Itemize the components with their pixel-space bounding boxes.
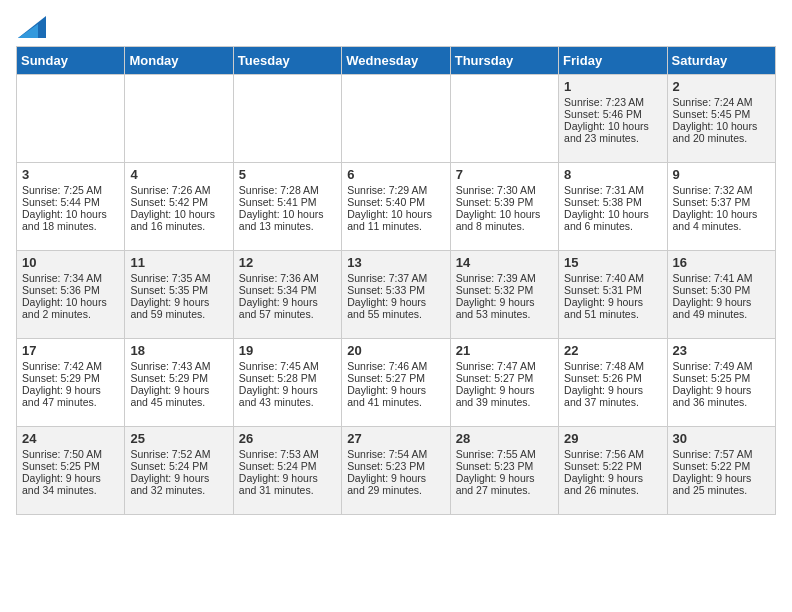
calendar-cell: 16Sunrise: 7:41 AMSunset: 5:30 PMDayligh…: [667, 251, 775, 339]
day-number: 26: [239, 431, 336, 446]
calendar-cell: 23Sunrise: 7:49 AMSunset: 5:25 PMDayligh…: [667, 339, 775, 427]
calendar-cell: 9Sunrise: 7:32 AMSunset: 5:37 PMDaylight…: [667, 163, 775, 251]
calendar-cell: [17, 75, 125, 163]
day-number: 17: [22, 343, 119, 358]
calendar-cell: 18Sunrise: 7:43 AMSunset: 5:29 PMDayligh…: [125, 339, 233, 427]
calendar-cell: 11Sunrise: 7:35 AMSunset: 5:35 PMDayligh…: [125, 251, 233, 339]
sunset-text: Sunset: 5:31 PM: [564, 284, 661, 296]
sunset-text: Sunset: 5:27 PM: [456, 372, 553, 384]
sunrise-text: Sunrise: 7:23 AM: [564, 96, 661, 108]
daylight-text: Daylight: 9 hours and 29 minutes.: [347, 472, 444, 496]
sunrise-text: Sunrise: 7:31 AM: [564, 184, 661, 196]
sunset-text: Sunset: 5:24 PM: [130, 460, 227, 472]
sunrise-text: Sunrise: 7:53 AM: [239, 448, 336, 460]
calendar-cell: 17Sunrise: 7:42 AMSunset: 5:29 PMDayligh…: [17, 339, 125, 427]
day-number: 25: [130, 431, 227, 446]
daylight-text: Daylight: 10 hours and 23 minutes.: [564, 120, 661, 144]
daylight-text: Daylight: 9 hours and 43 minutes.: [239, 384, 336, 408]
day-number: 20: [347, 343, 444, 358]
sunset-text: Sunset: 5:32 PM: [456, 284, 553, 296]
day-header-sunday: Sunday: [17, 47, 125, 75]
calendar-cell: 27Sunrise: 7:54 AMSunset: 5:23 PMDayligh…: [342, 427, 450, 515]
sunset-text: Sunset: 5:22 PM: [564, 460, 661, 472]
day-number: 23: [673, 343, 770, 358]
sunrise-text: Sunrise: 7:39 AM: [456, 272, 553, 284]
sunset-text: Sunset: 5:46 PM: [564, 108, 661, 120]
daylight-text: Daylight: 10 hours and 2 minutes.: [22, 296, 119, 320]
sunset-text: Sunset: 5:36 PM: [22, 284, 119, 296]
calendar-week-row: 17Sunrise: 7:42 AMSunset: 5:29 PMDayligh…: [17, 339, 776, 427]
sunrise-text: Sunrise: 7:49 AM: [673, 360, 770, 372]
sunrise-text: Sunrise: 7:36 AM: [239, 272, 336, 284]
sunrise-text: Sunrise: 7:56 AM: [564, 448, 661, 460]
sunrise-text: Sunrise: 7:43 AM: [130, 360, 227, 372]
sunset-text: Sunset: 5:44 PM: [22, 196, 119, 208]
day-number: 5: [239, 167, 336, 182]
sunset-text: Sunset: 5:27 PM: [347, 372, 444, 384]
daylight-text: Daylight: 10 hours and 20 minutes.: [673, 120, 770, 144]
sunset-text: Sunset: 5:30 PM: [673, 284, 770, 296]
calendar-cell: 24Sunrise: 7:50 AMSunset: 5:25 PMDayligh…: [17, 427, 125, 515]
daylight-text: Daylight: 9 hours and 41 minutes.: [347, 384, 444, 408]
daylight-text: Daylight: 9 hours and 47 minutes.: [22, 384, 119, 408]
sunrise-text: Sunrise: 7:24 AM: [673, 96, 770, 108]
calendar-cell: 19Sunrise: 7:45 AMSunset: 5:28 PMDayligh…: [233, 339, 341, 427]
calendar-cell: 13Sunrise: 7:37 AMSunset: 5:33 PMDayligh…: [342, 251, 450, 339]
calendar-cell: 6Sunrise: 7:29 AMSunset: 5:40 PMDaylight…: [342, 163, 450, 251]
day-number: 3: [22, 167, 119, 182]
sunset-text: Sunset: 5:33 PM: [347, 284, 444, 296]
logo-icon: [18, 16, 46, 38]
sunset-text: Sunset: 5:45 PM: [673, 108, 770, 120]
day-header-monday: Monday: [125, 47, 233, 75]
calendar-cell: [233, 75, 341, 163]
calendar-cell: 28Sunrise: 7:55 AMSunset: 5:23 PMDayligh…: [450, 427, 558, 515]
day-number: 8: [564, 167, 661, 182]
svg-marker-1: [18, 24, 38, 38]
daylight-text: Daylight: 9 hours and 31 minutes.: [239, 472, 336, 496]
calendar-cell: 4Sunrise: 7:26 AMSunset: 5:42 PMDaylight…: [125, 163, 233, 251]
calendar-cell: 25Sunrise: 7:52 AMSunset: 5:24 PMDayligh…: [125, 427, 233, 515]
sunset-text: Sunset: 5:25 PM: [673, 372, 770, 384]
calendar-cell: 3Sunrise: 7:25 AMSunset: 5:44 PMDaylight…: [17, 163, 125, 251]
day-number: 16: [673, 255, 770, 270]
calendar-cell: 26Sunrise: 7:53 AMSunset: 5:24 PMDayligh…: [233, 427, 341, 515]
daylight-text: Daylight: 10 hours and 4 minutes.: [673, 208, 770, 232]
day-number: 6: [347, 167, 444, 182]
day-header-friday: Friday: [559, 47, 667, 75]
calendar-week-row: 3Sunrise: 7:25 AMSunset: 5:44 PMDaylight…: [17, 163, 776, 251]
calendar-week-row: 1Sunrise: 7:23 AMSunset: 5:46 PMDaylight…: [17, 75, 776, 163]
sunrise-text: Sunrise: 7:32 AM: [673, 184, 770, 196]
day-number: 24: [22, 431, 119, 446]
day-header-thursday: Thursday: [450, 47, 558, 75]
sunset-text: Sunset: 5:38 PM: [564, 196, 661, 208]
daylight-text: Daylight: 9 hours and 27 minutes.: [456, 472, 553, 496]
calendar-cell: 14Sunrise: 7:39 AMSunset: 5:32 PMDayligh…: [450, 251, 558, 339]
calendar-cell: 30Sunrise: 7:57 AMSunset: 5:22 PMDayligh…: [667, 427, 775, 515]
sunset-text: Sunset: 5:35 PM: [130, 284, 227, 296]
calendar-cell: 5Sunrise: 7:28 AMSunset: 5:41 PMDaylight…: [233, 163, 341, 251]
calendar-cell: 1Sunrise: 7:23 AMSunset: 5:46 PMDaylight…: [559, 75, 667, 163]
day-number: 14: [456, 255, 553, 270]
sunset-text: Sunset: 5:39 PM: [456, 196, 553, 208]
daylight-text: Daylight: 9 hours and 45 minutes.: [130, 384, 227, 408]
calendar-cell: 10Sunrise: 7:34 AMSunset: 5:36 PMDayligh…: [17, 251, 125, 339]
day-number: 28: [456, 431, 553, 446]
sunset-text: Sunset: 5:22 PM: [673, 460, 770, 472]
calendar-cell: 29Sunrise: 7:56 AMSunset: 5:22 PMDayligh…: [559, 427, 667, 515]
calendar-cell: 22Sunrise: 7:48 AMSunset: 5:26 PMDayligh…: [559, 339, 667, 427]
daylight-text: Daylight: 9 hours and 34 minutes.: [22, 472, 119, 496]
sunrise-text: Sunrise: 7:26 AM: [130, 184, 227, 196]
calendar-week-row: 10Sunrise: 7:34 AMSunset: 5:36 PMDayligh…: [17, 251, 776, 339]
day-header-saturday: Saturday: [667, 47, 775, 75]
daylight-text: Daylight: 10 hours and 13 minutes.: [239, 208, 336, 232]
sunrise-text: Sunrise: 7:52 AM: [130, 448, 227, 460]
daylight-text: Daylight: 9 hours and 55 minutes.: [347, 296, 444, 320]
sunrise-text: Sunrise: 7:25 AM: [22, 184, 119, 196]
sunset-text: Sunset: 5:28 PM: [239, 372, 336, 384]
calendar-cell: 7Sunrise: 7:30 AMSunset: 5:39 PMDaylight…: [450, 163, 558, 251]
sunrise-text: Sunrise: 7:30 AM: [456, 184, 553, 196]
sunset-text: Sunset: 5:25 PM: [22, 460, 119, 472]
daylight-text: Daylight: 9 hours and 39 minutes.: [456, 384, 553, 408]
sunset-text: Sunset: 5:23 PM: [347, 460, 444, 472]
sunrise-text: Sunrise: 7:46 AM: [347, 360, 444, 372]
